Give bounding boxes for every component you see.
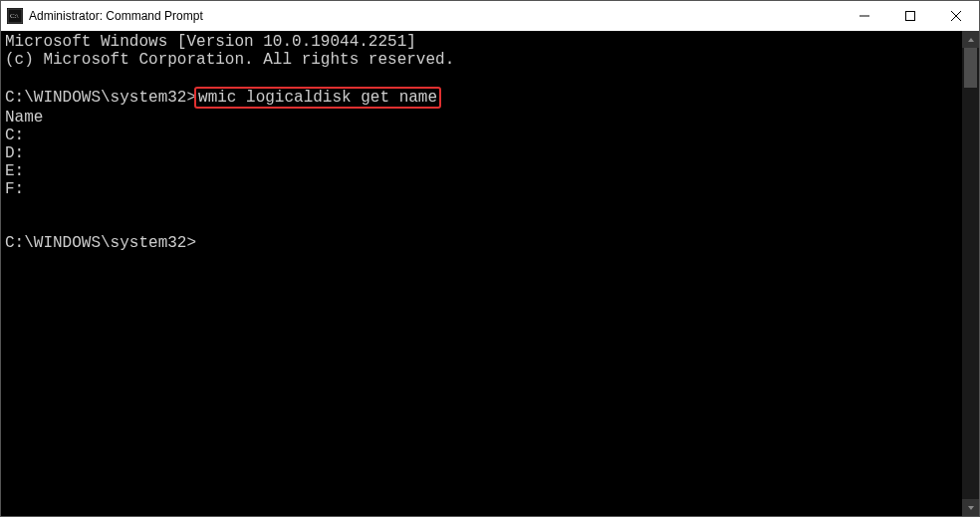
output-column-header: Name — [5, 109, 958, 127]
svg-marker-7 — [968, 38, 974, 42]
blank-line — [5, 69, 958, 87]
prompt-path: C:\WINDOWS\system32> — [5, 89, 196, 107]
command-prompt-window: C:\ Administrator: Command Prompt Micros… — [0, 0, 980, 517]
titlebar[interactable]: C:\ Administrator: Command Prompt — [1, 1, 979, 31]
command-highlight-box: wmic logicaldisk get name — [194, 87, 441, 109]
output-row: F: — [5, 180, 958, 198]
cmd-icon: C:\ — [7, 8, 23, 24]
prompt-path: C:\WINDOWS\system32> — [5, 234, 196, 252]
minimize-button[interactable] — [842, 1, 887, 31]
blank-line — [5, 198, 958, 216]
blank-line — [5, 216, 958, 234]
svg-text:C:\: C:\ — [10, 12, 19, 20]
window-controls — [842, 1, 979, 31]
prompt-line-1: C:\WINDOWS\system32>wmic logicaldisk get… — [5, 87, 958, 109]
terminal-output[interactable]: Microsoft Windows [Version 10.0.19044.22… — [1, 31, 962, 516]
output-row: E: — [5, 162, 958, 180]
prompt-line-2[interactable]: C:\WINDOWS\system32> — [5, 234, 958, 252]
output-row: C: — [5, 127, 958, 144]
window-title: Administrator: Command Prompt — [29, 9, 203, 23]
copyright-line: (c) Microsoft Corporation. All rights re… — [5, 51, 958, 69]
scroll-down-button[interactable] — [962, 499, 979, 516]
close-button[interactable] — [933, 1, 979, 31]
maximize-button[interactable] — [887, 1, 933, 31]
command-text: wmic logicaldisk get name — [198, 89, 437, 107]
terminal-area: Microsoft Windows [Version 10.0.19044.22… — [1, 31, 979, 516]
scroll-up-button[interactable] — [962, 31, 979, 48]
vertical-scrollbar[interactable] — [962, 31, 979, 516]
version-line: Microsoft Windows [Version 10.0.19044.22… — [5, 33, 958, 51]
svg-rect-4 — [906, 12, 915, 21]
svg-marker-8 — [968, 506, 974, 510]
output-row: D: — [5, 144, 958, 162]
scroll-track[interactable] — [962, 48, 979, 499]
scroll-thumb[interactable] — [964, 48, 977, 88]
